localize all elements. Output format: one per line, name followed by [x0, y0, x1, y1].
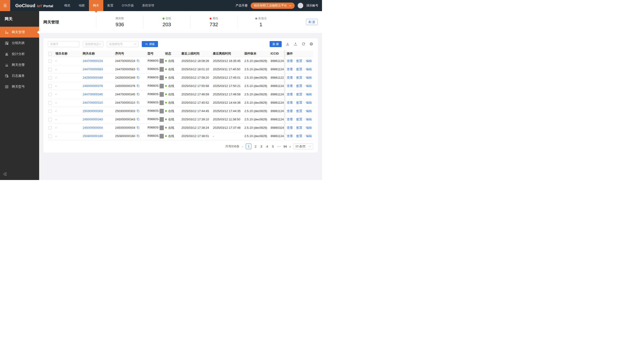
gateway-name-link[interactable]: 245000000376	[83, 84, 103, 88]
gateway-name-link[interactable]: 242500000349	[83, 76, 103, 79]
row-checkbox[interactable]	[48, 93, 52, 96]
edit-action-link[interactable]: 编辑	[306, 126, 312, 129]
config-action-link[interactable]: 配置	[296, 101, 302, 104]
copy-icon[interactable]	[136, 126, 140, 129]
row-checkbox[interactable]	[48, 109, 52, 113]
config-action-link[interactable]: 配置	[296, 134, 302, 138]
gateway-name-link[interactable]: 250300000303	[83, 109, 103, 113]
import-button[interactable]	[286, 42, 290, 46]
project-name-link[interactable]: -	[55, 84, 56, 88]
row-checkbox[interactable]	[48, 126, 52, 130]
edit-action-link[interactable]: 编辑	[306, 101, 312, 104]
hamburger-menu-button[interactable]: ☰	[0, 0, 10, 11]
page-number-5[interactable]: 5	[271, 145, 274, 148]
view-action-link[interactable]: 查看	[287, 101, 293, 104]
nav-item-gateway[interactable]: 网关	[89, 0, 103, 11]
config-action-link[interactable]: 配置	[296, 59, 302, 63]
copy-icon[interactable]	[136, 68, 140, 71]
copy-icon[interactable]	[136, 93, 140, 96]
nav-item-overview[interactable]: 概览	[60, 0, 74, 11]
view-action-link[interactable]: 查看	[287, 59, 293, 63]
gateway-name-link[interactable]: 244700000345	[83, 93, 103, 96]
keyword-input[interactable]	[48, 41, 80, 47]
copy-icon[interactable]	[136, 118, 140, 121]
config-action-link[interactable]: 配置	[296, 93, 302, 96]
sidebar-item-gateway-alarm[interactable]: 网关告警	[0, 59, 39, 70]
row-checkbox[interactable]	[48, 134, 52, 138]
view-action-link[interactable]: 查看	[287, 118, 293, 121]
nav-item-ota[interactable]: OTA升级	[118, 0, 138, 11]
sidebar-item-group-list[interactable]: 分组列表	[0, 38, 39, 49]
gateway-name-link[interactable]: 250800000160	[83, 134, 103, 138]
project-name-link[interactable]: -	[55, 93, 56, 96]
platform-selector-button[interactable]: 锐谷智联工业物联云平台	[251, 3, 295, 9]
config-action-link[interactable]: 配置	[296, 76, 302, 79]
sidebar-item-gateway-model[interactable]: 网关型号	[0, 81, 39, 92]
sidebar-item-gateway-management[interactable]: 网关管理	[0, 27, 39, 38]
prev-page-icon[interactable]: ‹	[242, 144, 244, 148]
copy-icon[interactable]	[136, 59, 140, 62]
view-action-link[interactable]: 查看	[287, 84, 293, 88]
config-action-link[interactable]: 配置	[296, 68, 302, 71]
nav-item-map[interactable]: 地图	[74, 0, 89, 11]
copy-icon[interactable]	[136, 134, 140, 137]
row-checkbox[interactable]	[48, 59, 52, 63]
sidebar-item-log-service[interactable]: 日志服务	[0, 70, 39, 81]
project-name-link[interactable]: -	[55, 101, 56, 104]
table-settings-button[interactable]: ⚙	[310, 42, 313, 46]
refresh-button[interactable]: 刷 新	[306, 19, 318, 25]
row-checkbox[interactable]	[48, 101, 52, 105]
page-number-3[interactable]: 3	[260, 145, 263, 148]
view-action-link[interactable]: 查看	[287, 68, 293, 71]
sidebar-collapse-button[interactable]	[3, 172, 7, 177]
view-action-link[interactable]: 查看	[287, 126, 293, 129]
view-action-link[interactable]: 查看	[287, 134, 293, 138]
status-select[interactable]: 请选择状态	[83, 41, 103, 47]
gateway-name-link[interactable]: 245000000343	[83, 118, 103, 121]
edit-action-link[interactable]: 编辑	[306, 118, 312, 121]
reload-table-button[interactable]	[302, 42, 306, 46]
page-number-94[interactable]: 94	[284, 145, 287, 148]
gateway-name-link[interactable]: 244700000310	[83, 101, 103, 104]
config-action-link[interactable]: 配置	[296, 118, 302, 121]
gateway-name-link[interactable]: 244700000224	[83, 59, 103, 63]
copy-icon[interactable]	[136, 84, 140, 87]
edit-action-link[interactable]: 编辑	[306, 59, 312, 63]
config-action-link[interactable]: 配置	[296, 126, 302, 129]
nav-item-config[interactable]: 配置	[103, 0, 118, 11]
product-manual-link[interactable]: 产品手册	[236, 4, 248, 8]
row-checkbox[interactable]	[48, 76, 52, 80]
copy-icon[interactable]	[136, 101, 140, 104]
search-button[interactable]: 搜索	[142, 41, 158, 47]
model-select[interactable]: 请选择型号	[107, 41, 138, 47]
page-number-1[interactable]: 1	[246, 144, 251, 149]
config-action-link[interactable]: 配置	[296, 109, 302, 113]
copy-icon[interactable]	[136, 76, 140, 79]
copy-icon[interactable]	[136, 109, 140, 112]
nav-item-system[interactable]: 系统管理	[138, 0, 158, 11]
page-ellipsis[interactable]: •••	[277, 145, 281, 148]
project-name-link[interactable]: -	[55, 118, 56, 121]
select-all-checkbox[interactable]	[48, 52, 52, 55]
project-name-link[interactable]: -	[55, 59, 56, 63]
project-name-link[interactable]: -	[55, 76, 56, 79]
page-number-2[interactable]: 2	[254, 145, 257, 148]
gateway-name-link[interactable]: 244700000583	[83, 68, 103, 71]
export-button[interactable]	[294, 42, 298, 46]
view-action-link[interactable]: 查看	[287, 93, 293, 96]
avatar[interactable]	[298, 3, 303, 8]
project-name-link[interactable]: -	[55, 109, 56, 113]
edit-action-link[interactable]: 编辑	[306, 134, 312, 138]
gateway-name-link[interactable]: 245000000004	[83, 126, 103, 129]
view-action-link[interactable]: 查看	[287, 76, 293, 79]
page-size-select[interactable]: 10 条/页	[293, 143, 313, 149]
row-checkbox[interactable]	[48, 118, 52, 121]
edit-action-link[interactable]: 编辑	[306, 109, 312, 113]
view-action-link[interactable]: 查看	[287, 109, 293, 113]
project-name-link[interactable]: -	[55, 68, 56, 71]
project-name-link[interactable]: -	[55, 126, 56, 129]
project-name-link[interactable]: -	[55, 134, 56, 138]
row-checkbox[interactable]	[48, 84, 52, 88]
row-checkbox[interactable]	[48, 68, 52, 71]
edit-action-link[interactable]: 编辑	[306, 84, 312, 88]
